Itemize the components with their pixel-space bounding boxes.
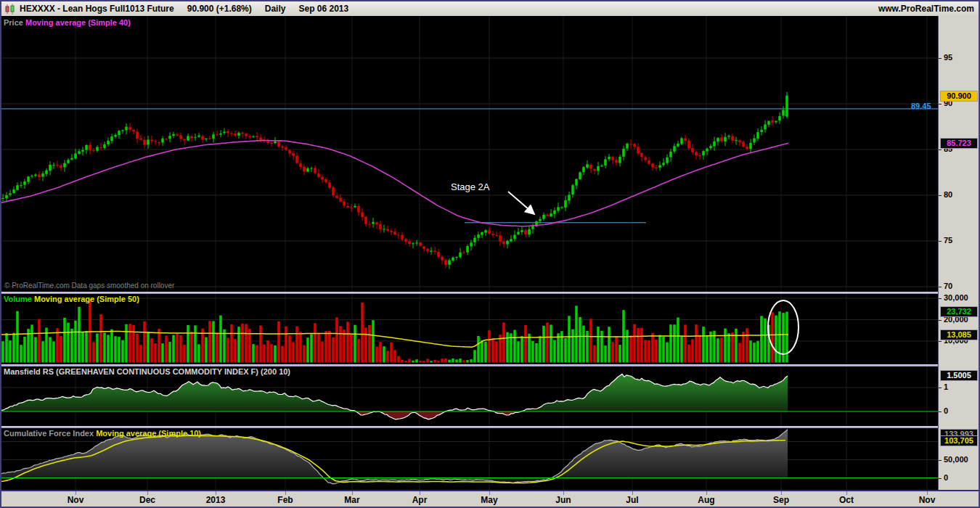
axis-tick-mark [939,341,942,342]
chart-canvas[interactable] [1,1,938,490]
month-label[interactable]: Mar [336,495,368,505]
volume-value-badge: 23,732 [940,306,978,317]
axis-tick-mark [939,287,942,287]
hline-value-label: 89.45 [911,102,931,110]
axis-tick-label: 75 [944,236,952,245]
price-value-badge: 85.723 [940,138,978,149]
axis-tick-mark [939,460,942,461]
price-value-badge: 90.900 [940,91,978,102]
price-axis-column[interactable]: 95908580757030,00020,00010,0001050,00009… [938,16,979,490]
axis-tick-label: 0 [944,406,948,415]
axis-tick-mark [939,478,942,479]
axis-tick-mark [939,195,942,196]
month-label[interactable]: Jul [616,495,648,505]
volume-label: Volume [4,295,32,303]
trading-chart-window: HEXXXX - Lean Hogs Full1013 Future 90.90… [0,0,980,508]
axis-tick-label: 30,000 [944,293,968,302]
month-label[interactable]: Nov [60,495,91,505]
axis-tick-mark [939,298,942,299]
month-label[interactable]: Nov [911,495,943,505]
time-axis-bar[interactable]: NovDec2013FebMarAprMayJunJulAugSepOctNov [1,490,979,508]
axis-tick-label: 1 [944,382,948,391]
panel-divider[interactable] [1,364,938,366]
cfi-label: Cumulative Force Index [4,429,94,438]
month-label[interactable]: 2013 [200,495,232,505]
price-label: Price [4,18,23,27]
axis-tick-mark [939,241,942,242]
axis-tick-mark [939,388,942,388]
month-label[interactable]: Dec [131,495,163,505]
axis-tick-mark [939,411,942,412]
price-ma-label[interactable]: Moving average (Simple 40) [25,18,131,27]
cfi-panel-label: Cumulative Force Index Moving average (S… [4,429,201,438]
volume-panel-label: Volume Moving average (Simple 50) [4,295,139,303]
axis-tick-mark [939,149,942,150]
mansfield-value-badge: 1.5005 [940,370,978,381]
cfi-ma-label[interactable]: Moving average (Simple 10) [96,429,201,438]
volume-value-badge: 13,085 [940,329,978,340]
month-label[interactable]: Sep [765,495,797,505]
panel-divider[interactable] [1,426,938,428]
month-label[interactable]: Feb [269,495,301,505]
axis-tick-mark [939,104,942,105]
month-label[interactable]: May [473,495,505,505]
volume-ma-label[interactable]: Moving average (Simple 50) [34,295,139,303]
cfi-value-badge: 103,705 [940,435,978,446]
month-label[interactable]: Apr [404,495,436,505]
axis-tick-label: 50,000 [944,455,968,464]
panel-divider[interactable] [1,292,938,294]
stage-annotation[interactable]: Stage 2A [451,181,490,192]
axis-tick-label: 80 [944,190,952,199]
month-label[interactable]: Jun [547,495,579,505]
axis-tick-label: 70 [944,282,952,290]
price-panel-label: Price Moving average (Simple 40) [4,18,131,27]
month-label[interactable]: Aug [690,495,722,505]
axis-tick-label: 95 [944,53,952,62]
axis-tick-mark [939,58,942,59]
copyright-note: © ProRealTime.com Data gaps smoothed on … [4,282,174,290]
axis-tick-mark [939,320,942,321]
mansfield-label[interactable]: Mansfield RS (GREENHAVEN CONTINUOUS COMM… [4,367,290,376]
axis-tick-label: 0 [944,473,948,482]
month-label[interactable]: Oct [830,495,862,505]
